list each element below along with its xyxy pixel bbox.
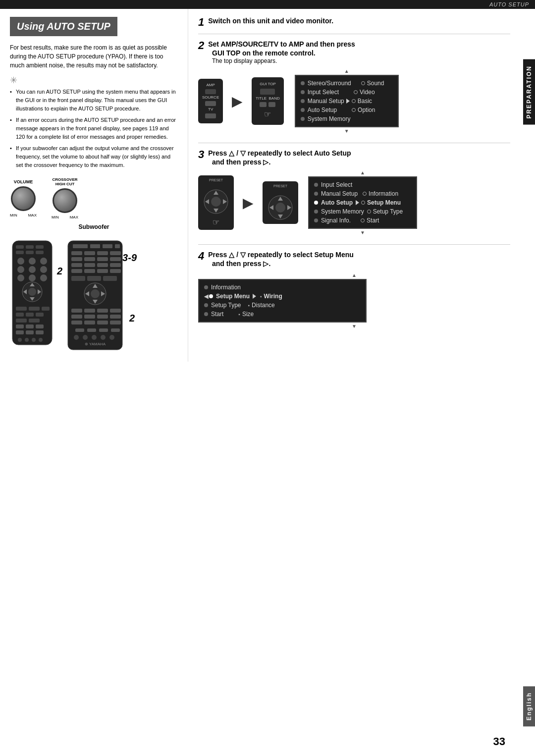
step-1-num: 1 (198, 17, 204, 28)
step-4-num: 4 (198, 251, 204, 262)
svg-point-36 (18, 338, 22, 342)
svg-rect-22 (16, 307, 27, 311)
svg-rect-53 (71, 263, 82, 267)
svg-point-39 (39, 338, 43, 342)
menu2-item-1: Input Select (314, 180, 411, 189)
svg-rect-63 (103, 276, 117, 281)
side-tab-english: English (523, 686, 535, 726)
right-column: 1 Switch on this unit and video monitor.… (188, 9, 535, 362)
svg-rect-81 (110, 321, 121, 324)
step-1-text: Switch on this unit and video monitor. (208, 17, 333, 25)
svg-point-87 (83, 335, 88, 340)
step-1-block: 1 Switch on this unit and video monitor. (198, 17, 510, 25)
svg-rect-27 (36, 313, 44, 317)
step-1-header: 1 Switch on this unit and video monitor. (198, 17, 510, 25)
svg-point-89 (101, 335, 106, 340)
menu-box-1: Stereo/Surround Sound Input Select Video… (295, 75, 399, 127)
menu2-item-2: Manual Setup Information (314, 189, 411, 198)
svg-point-38 (32, 338, 36, 342)
svg-point-37 (25, 338, 29, 342)
svg-rect-83 (87, 328, 96, 332)
step-2-note: The top display appears. (212, 57, 510, 64)
svg-rect-84 (99, 328, 108, 332)
menu1-item-3: Manual Setup Basic (301, 97, 393, 106)
svg-rect-33 (16, 330, 24, 334)
step3-remote-after: PRESET (263, 181, 298, 224)
remote2-num2: 2 (129, 313, 135, 324)
svg-rect-79 (84, 321, 95, 324)
menu1-item-1: Stereo/Surround Sound (301, 79, 393, 88)
svg-point-90 (109, 335, 114, 340)
svg-rect-5 (26, 251, 34, 254)
subwoofer-section: VOLUME MIN MAX CROSSOVER HIGH CUT MIN MA… (10, 177, 178, 219)
svg-rect-56 (110, 263, 121, 267)
menu3-item-1: Information (204, 283, 361, 292)
step-2-header: 2 Set AMP/SOURCE/TV to AMP and then pres… (198, 40, 510, 57)
svg-rect-71 (84, 309, 95, 313)
tip-icon: ✳ (10, 75, 178, 86)
svg-rect-51 (97, 257, 108, 261)
step-2-illustration: AMP SOURCE TV ▶ GUI TOP TITLE BAN (198, 68, 510, 134)
volume-knob (11, 186, 36, 211)
step-2-text: Set AMP/SOURCE/TV to AMP and then press (208, 40, 355, 48)
intro-text: For best results, make sure the room is … (10, 43, 178, 70)
svg-rect-1 (16, 245, 24, 249)
crossover-knob (53, 188, 77, 213)
page-number: 33 (493, 735, 505, 748)
svg-point-15 (40, 274, 47, 281)
svg-rect-3 (36, 245, 44, 249)
step-3-text: Press △ / ▽ repeatedly to select Auto Se… (208, 149, 351, 157)
svg-rect-24 (42, 307, 50, 311)
side-tab-english-label: English (526, 692, 533, 720)
svg-rect-46 (84, 251, 95, 255)
main-content: Using AUTO SETUP For best results, make … (0, 9, 535, 362)
svg-rect-4 (16, 251, 24, 254)
svg-point-88 (92, 335, 97, 340)
step-3-header: 3 Press △ / ▽ repeatedly to select Auto … (198, 149, 510, 166)
step-4-text: Press △ / ▽ repeatedly to select Setup M… (208, 251, 354, 259)
svg-rect-60 (110, 269, 121, 273)
svg-rect-25 (16, 313, 24, 317)
crossover-knob-group: CROSSOVER HIGH CUT MIN MAX (52, 177, 78, 219)
section-title: Using AUTO SETUP (10, 17, 117, 36)
tip-bullet-list: You can run AUTO SETUP using the system … (10, 88, 178, 169)
volume-knob-group: VOLUME MIN MAX (10, 179, 37, 217)
svg-rect-59 (97, 269, 108, 273)
step2-remote-left: AMP SOURCE TV (198, 79, 223, 123)
svg-point-93 (211, 197, 221, 207)
svg-rect-58 (84, 269, 95, 273)
svg-rect-61 (71, 276, 85, 281)
arrow-2: ▶ (243, 195, 254, 211)
svg-point-11 (29, 266, 36, 273)
svg-rect-76 (97, 315, 108, 319)
step2-menu: ▲ Stereo/Surround Sound Input Select Vid… (295, 68, 399, 134)
step-3-illustration: PRESET ☞ ▶ PRESET (198, 170, 510, 235)
svg-point-8 (29, 258, 36, 265)
svg-rect-31 (26, 324, 34, 328)
svg-rect-50 (84, 257, 95, 261)
crossover-knob-label: CROSSOVER HIGH CUT (52, 177, 77, 186)
divider-2 (198, 143, 510, 143)
menu1-item-4: Auto Setup Option (301, 106, 393, 114)
svg-point-9 (40, 258, 47, 265)
svg-point-99 (275, 203, 285, 213)
step-4-header: 4 Press △ / ▽ repeatedly to select Setup… (198, 251, 510, 268)
menu-box-3: Information ◀ Setup Menu ▪Wiring Setup T… (198, 279, 367, 323)
remote-1-svg (10, 238, 54, 347)
step-4-block: 4 Press △ / ▽ repeatedly to select Setup… (198, 251, 510, 329)
svg-rect-77 (110, 315, 121, 319)
menu2-item-5: Signal Info. Start (314, 216, 411, 225)
menu2-item-3-selected: Auto Setup Setup Menu (314, 198, 411, 207)
crossover-knob-minmax: MIN MAX (52, 215, 78, 219)
top-bar-label: AUTO SETUP (489, 1, 529, 7)
svg-rect-48 (110, 251, 121, 255)
svg-rect-74 (71, 315, 82, 319)
svg-rect-23 (29, 307, 40, 311)
svg-point-12 (40, 266, 47, 273)
svg-rect-35 (36, 330, 44, 334)
step2-remote-right: GUI TOP TITLE BAND ☞ (252, 77, 283, 124)
svg-rect-45 (71, 251, 82, 255)
menu3-item-3: Setup Type ▪Distance (204, 301, 361, 310)
svg-point-65 (91, 289, 100, 298)
arrow-1: ▶ (232, 93, 243, 109)
